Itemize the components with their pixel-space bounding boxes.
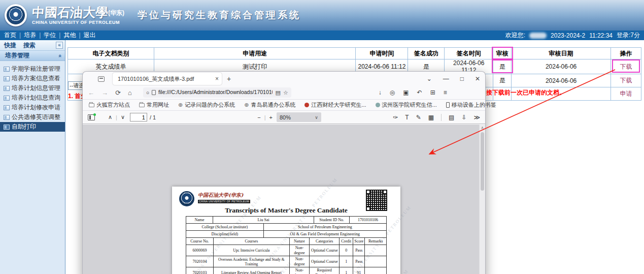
zoom-in-icon[interactable]: + bbox=[269, 114, 273, 120]
pdf-sidebar-toggle-icon[interactable] bbox=[88, 114, 95, 120]
firefox-view-icon[interactable] bbox=[98, 76, 105, 82]
bookmark-issue-office-system[interactable]: ⊕记录问题的办公系统 bbox=[178, 101, 235, 109]
scrollbar-thumb[interactable] bbox=[481, 132, 484, 191]
pdf-logo-text: 中国石油大学(华东) CHINA UNIVERSITY OF PETROLEUM bbox=[198, 193, 250, 203]
university-campus: (华东) bbox=[108, 9, 124, 16]
tab-search[interactable]: 搜索 bbox=[23, 41, 36, 50]
list-tabs-icon[interactable]: ⌄ bbox=[427, 75, 432, 82]
nav-degree[interactable]: 学位 bbox=[44, 32, 63, 39]
next-page-icon[interactable]: ∨ bbox=[121, 114, 125, 120]
cell-audit-date: 2024-06-06 bbox=[512, 74, 611, 87]
pdf-tools: ✑ T ✎ ▦ ▤ ⇩ ≫ bbox=[393, 114, 480, 121]
site-favicon-icon bbox=[304, 103, 309, 107]
highlight-tool-icon[interactable]: ✑ bbox=[393, 114, 398, 121]
image-tool-icon[interactable]: ▦ bbox=[428, 114, 434, 121]
minimize-icon[interactable]: — bbox=[443, 75, 449, 82]
page-number-input[interactable] bbox=[130, 113, 147, 121]
sidebar-item-plan-info-manage[interactable]: 培养计划信息管理 bbox=[0, 83, 65, 93]
course-col-score: Score bbox=[353, 238, 365, 245]
bookmark-common-sites[interactable]: 常用网址 bbox=[139, 101, 169, 109]
url-field[interactable]: ○ file:///C:/Users/Administrator/Downloa… bbox=[143, 87, 291, 98]
tab-quick[interactable]: 快捷 bbox=[4, 41, 16, 50]
nav-links: 首页培养学位其他退出 bbox=[4, 31, 96, 40]
university-logo bbox=[5, 4, 27, 26]
sidebar-item-program-info-view[interactable]: 培养方案信息查看 bbox=[0, 74, 65, 83]
status-dot bbox=[93, 113, 96, 116]
course-col-category: Categories bbox=[310, 238, 340, 245]
bookmark-firefox-official[interactable]: 火狐官方站点 bbox=[89, 101, 130, 109]
system-title: 学位与研究生教育综合管理系统 bbox=[138, 9, 301, 22]
transcript-title: Transcripts of Master's Degree Candidate bbox=[172, 206, 400, 215]
bookmark-label: 青岛易通办公系统 bbox=[251, 101, 295, 109]
sidebar-collapse-icon[interactable]: « bbox=[56, 42, 63, 49]
menu-icon[interactable]: ≡ bbox=[444, 89, 447, 96]
download-link[interactable]: 下载 bbox=[620, 77, 632, 84]
print-icon[interactable]: ▤ bbox=[449, 114, 454, 121]
tab-close-icon[interactable]: × bbox=[215, 75, 219, 82]
new-tab-icon[interactable]: + bbox=[227, 75, 231, 83]
globe-icon: ⊕ bbox=[178, 102, 183, 108]
col-audit: 审核 bbox=[493, 48, 512, 59]
browser-tab[interactable]: 1701010106_英文成绩单-3.pdf × bbox=[113, 73, 222, 85]
account-icon[interactable]: ◎ bbox=[390, 89, 395, 96]
draw-tool-icon[interactable]: ✎ bbox=[416, 114, 421, 121]
back-icon[interactable]: ← bbox=[88, 89, 94, 97]
library-icon[interactable]: ⊞ bbox=[430, 89, 435, 96]
mobile-bookmarks[interactable]: 移动设备上的书签 bbox=[446, 101, 496, 109]
zoom-out-icon[interactable]: − bbox=[257, 114, 260, 120]
nav-home[interactable]: 首页 bbox=[4, 32, 24, 39]
menu-item-icon bbox=[4, 115, 10, 120]
course-col-no: Course No. bbox=[186, 238, 214, 245]
browser-titlebar[interactable]: 1701010106_英文成绩单-3.pdf × + ⌄ — □ ✕ bbox=[83, 72, 485, 86]
scroll-up-icon[interactable]: ∧ bbox=[480, 125, 485, 130]
forward-icon[interactable]: → bbox=[101, 89, 108, 97]
shield-icon[interactable]: ○ bbox=[146, 89, 149, 96]
pdf-logo-cn: 中国石油大学(华东) bbox=[198, 193, 250, 198]
bookmark-jiangxi-graduate[interactable]: 江西财经大学研究生... bbox=[304, 101, 366, 109]
download-link[interactable]: 下载 bbox=[620, 63, 632, 70]
prev-page-icon[interactable]: ∧ bbox=[108, 114, 112, 120]
zoom-select[interactable]: 80% ∨ bbox=[277, 112, 321, 122]
close-window-icon[interactable]: ✕ bbox=[475, 75, 480, 82]
bookmark-star-icon[interactable]: ☆ bbox=[283, 89, 288, 96]
extension-icon[interactable]: ▣ bbox=[403, 89, 409, 96]
menu-item-icon bbox=[4, 125, 10, 130]
sidebar-item-plan-modify-apply[interactable]: 培养计划修改申请 bbox=[0, 103, 65, 112]
home-icon[interactable]: ⌂ bbox=[128, 89, 132, 97]
name-label: Name bbox=[186, 217, 213, 224]
pdf-scrollbar[interactable]: ∧ bbox=[479, 125, 485, 274]
maximize-icon[interactable]: □ bbox=[460, 75, 464, 82]
reader-mode-icon[interactable]: ▤ bbox=[275, 89, 280, 96]
pdf-university-logo-icon bbox=[179, 191, 194, 206]
app-header: 中國石油大學(华东) CHINA UNIVERSITY OF PETROLEUM… bbox=[0, 0, 644, 31]
pdf-logo-en: CHINA UNIVERSITY OF PETROLEUM bbox=[198, 200, 250, 203]
sidebar-item-english-adjust[interactable]: 公共选修英语调整 bbox=[0, 112, 65, 122]
college-label: College (School,or institute) bbox=[186, 224, 264, 231]
save-icon[interactable]: ⇩ bbox=[461, 114, 466, 121]
nav-logout[interactable]: 退出 bbox=[84, 32, 96, 39]
bookmark-label: 江西财经大学研究生... bbox=[311, 101, 366, 109]
sidebar-item-label: 培养计划修改申请 bbox=[12, 103, 60, 112]
login-duration: 登录:7分 bbox=[617, 31, 640, 40]
text-tool-icon[interactable]: T bbox=[405, 114, 409, 121]
sidebar-item-semester-registration[interactable]: 学期学籍注册管理 bbox=[0, 64, 65, 74]
nav-training[interactable]: 培养 bbox=[24, 32, 44, 39]
course-col-name: Courses bbox=[214, 238, 290, 245]
downloads-icon[interactable]: ↓ bbox=[379, 89, 382, 96]
course-col-remarks: Remarks bbox=[365, 238, 387, 245]
sidebar-section-training[interactable]: 培养管理 « bbox=[0, 51, 65, 61]
apply-link[interactable]: 申请 bbox=[620, 90, 632, 97]
sidebar-item-plan-info-query[interactable]: 培养计划信息查询 bbox=[0, 93, 65, 103]
more-tools-icon[interactable]: ≫ bbox=[473, 114, 480, 121]
divider bbox=[441, 114, 442, 121]
welcome-prefix: 欢迎您: bbox=[505, 31, 525, 40]
reload-icon[interactable]: ⟳ bbox=[115, 89, 121, 97]
cell-audited: 是 bbox=[493, 59, 512, 74]
toolbar-icons: ↓ ◎ ▣ ↶ ⊞ ≡ bbox=[379, 89, 447, 96]
bookmark-label: 常用网址 bbox=[147, 101, 169, 109]
sidebar-item-self-print[interactable]: 自助打印 bbox=[0, 122, 65, 132]
bookmark-qingdao-office-system[interactable]: ⊕青岛易通办公系统 bbox=[244, 101, 295, 109]
nav-other[interactable]: 其他 bbox=[63, 32, 83, 39]
undo-icon[interactable]: ↶ bbox=[417, 89, 422, 96]
bookmark-binzhou-graduate[interactable]: 滨州医学院研究生信... bbox=[376, 101, 437, 109]
